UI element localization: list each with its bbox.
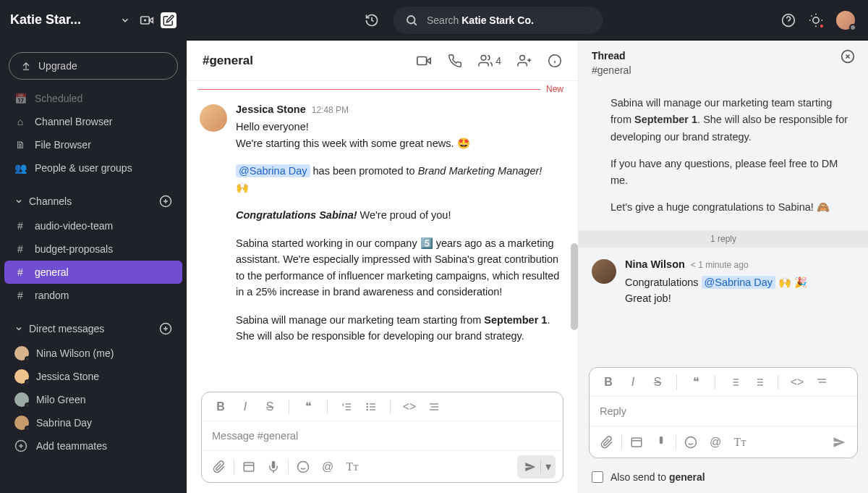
nav-scheduled[interactable]: 📅Scheduled (0, 87, 187, 110)
dm-item[interactable]: Milo Green (0, 388, 187, 411)
mention[interactable]: @Sabrina Day (236, 164, 310, 177)
svg-point-65 (686, 437, 697, 447)
dm-item[interactable]: Jessica Stone (0, 365, 187, 388)
reply-input[interactable]: Reply (590, 397, 857, 426)
ol-button[interactable] (724, 372, 744, 392)
strike-button[interactable]: S (647, 372, 668, 392)
italic-button[interactable]: I (235, 397, 255, 417)
attach-icon[interactable] (209, 457, 229, 477)
svg-rect-46 (244, 463, 254, 471)
chevron-down-icon (14, 197, 23, 206)
svg-point-8 (813, 17, 819, 22)
message-composer: B I S ❝ <> Message #general @ (201, 392, 563, 483)
info-icon[interactable] (548, 54, 562, 68)
video-plus-icon[interactable] (139, 12, 155, 28)
mention-icon[interactable]: @ (705, 432, 726, 452)
channels-section[interactable]: Channels (0, 188, 187, 214)
upgrade-button[interactable]: Upgrade (9, 52, 178, 80)
thread-title: Thread#general (592, 49, 631, 77)
ul-button[interactable] (749, 372, 769, 392)
add-teammates[interactable]: Add teammates (0, 434, 187, 458)
code-button[interactable]: <> (399, 397, 420, 417)
mic-icon[interactable] (263, 457, 284, 477)
quote-button[interactable]: ❝ (686, 372, 706, 392)
send-button[interactable]: ▾ (517, 455, 556, 479)
nav-file-browser[interactable]: 🗎File Browser (0, 133, 187, 156)
compose-icon[interactable] (161, 12, 176, 28)
emoji-icon[interactable] (293, 457, 313, 477)
thread-reply: Nina Wilson< 1 minute ago Congratulation… (592, 256, 855, 306)
also-send-checkbox[interactable]: Also send to general (579, 465, 868, 493)
dm-section[interactable]: Direct messages (0, 316, 187, 342)
thread-parent-message: Sabina will manage our marketing team st… (592, 83, 855, 224)
members-count[interactable]: 4 (478, 54, 501, 68)
bold-button[interactable]: B (598, 372, 618, 392)
svg-point-27 (481, 55, 486, 60)
svg-point-28 (520, 55, 525, 60)
svg-point-41 (367, 406, 367, 407)
add-dm-button[interactable] (159, 322, 172, 335)
code-button[interactable]: <> (787, 372, 807, 392)
thread-composer: B I S ❝ <> Reply @ Tт (589, 367, 858, 458)
svg-marker-26 (427, 58, 431, 63)
italic-button[interactable]: I (623, 372, 643, 392)
replies-separator: 1 reply (579, 230, 868, 248)
video-call-icon[interactable] (416, 53, 432, 69)
scrollbar[interactable] (571, 243, 578, 330)
emoji-icon[interactable] (681, 432, 701, 452)
nav-people[interactable]: 👥People & user groups (0, 156, 187, 180)
codeblock-button[interactable] (812, 372, 832, 392)
workspace-name[interactable]: Katie Star... (10, 12, 111, 28)
new-messages-divider: New (198, 84, 563, 94)
message-time: 12:48 PM (312, 104, 349, 117)
send-button[interactable] (825, 431, 850, 454)
history-icon[interactable] (365, 13, 379, 28)
phone-call-icon[interactable] (448, 54, 462, 68)
search-input[interactable]: Search Katie Stark Co. (393, 7, 603, 34)
search-icon (405, 14, 418, 27)
ul-button[interactable] (361, 397, 381, 417)
chevron-down-icon (14, 324, 23, 333)
slash-icon[interactable] (626, 432, 647, 452)
svg-point-42 (367, 409, 367, 410)
svg-rect-63 (631, 438, 642, 447)
slash-icon[interactable] (239, 457, 259, 477)
format-icon[interactable]: Tт (342, 457, 362, 477)
svg-point-4 (407, 16, 415, 24)
attach-icon[interactable] (597, 432, 617, 452)
channel-title[interactable]: #general (203, 54, 253, 68)
add-member-icon[interactable] (517, 54, 532, 68)
composer-input[interactable]: Message #general (202, 421, 563, 450)
message-author[interactable]: Jessica Stone (236, 101, 306, 117)
help-icon[interactable] (781, 13, 796, 28)
notifications-icon[interactable] (809, 13, 823, 28)
bold-button[interactable]: B (210, 397, 231, 417)
channel-item[interactable]: #budget-proposals (0, 237, 187, 261)
mention-icon[interactable]: @ (318, 457, 338, 477)
svg-line-11 (812, 15, 812, 16)
svg-rect-25 (417, 56, 427, 64)
channel-item[interactable]: #random (0, 284, 187, 307)
quote-button[interactable]: ❝ (298, 397, 318, 417)
nav-channel-browser[interactable]: ⌂Channel Browser (0, 110, 187, 133)
chevron-down-icon[interactable] (117, 12, 133, 28)
channel-item[interactable]: #audio-video-team (0, 214, 187, 237)
format-icon[interactable]: Tт (730, 432, 750, 452)
user-avatar[interactable] (836, 11, 855, 30)
svg-point-40 (367, 403, 367, 404)
channel-item-active[interactable]: #general (4, 261, 182, 284)
mention[interactable]: @Sabrina Day (702, 276, 776, 289)
svg-line-5 (414, 22, 416, 25)
codeblock-button[interactable] (424, 397, 444, 417)
avatar[interactable] (592, 259, 616, 284)
close-thread-button[interactable] (841, 49, 855, 64)
upload-icon (21, 61, 31, 71)
dm-item[interactable]: Sabrina Day (0, 411, 187, 434)
strike-button[interactable]: S (260, 397, 280, 417)
add-channel-button[interactable] (159, 195, 172, 208)
ol-button[interactable] (336, 397, 357, 417)
message: Jessica Stone 12:48 PM Hello everyone! W… (200, 101, 561, 345)
mic-icon[interactable] (651, 432, 671, 452)
dm-item[interactable]: Nina Wilson (me) (0, 342, 187, 365)
avatar[interactable] (200, 104, 227, 132)
